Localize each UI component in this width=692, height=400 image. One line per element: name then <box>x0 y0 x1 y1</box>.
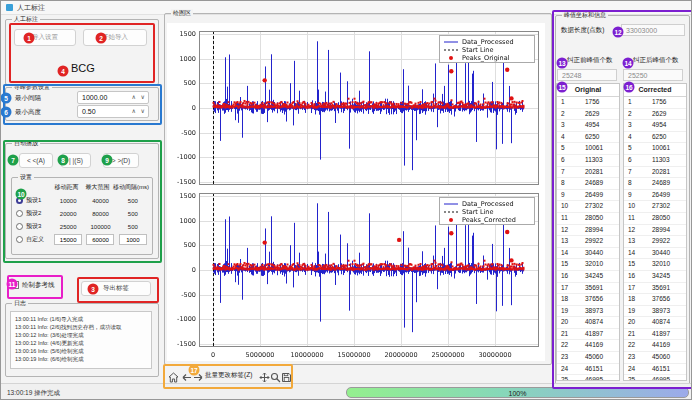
peak-row-index: 13 <box>557 236 579 247</box>
peak-row-index: 18 <box>557 294 579 305</box>
peaks-before-value: 25248 <box>557 69 617 81</box>
peak-row-index: 17 <box>557 283 579 294</box>
home-icon[interactable] <box>168 369 179 380</box>
spin-down-icon[interactable]: ∨ <box>141 92 145 103</box>
peak-table-row[interactable]: 2546995 <box>557 375 619 381</box>
peak-table-row[interactable]: 510061 <box>557 143 619 155</box>
annotation-badge-7: 7 <box>8 155 19 166</box>
peak-table-row[interactable]: 46250 <box>624 132 686 144</box>
peak-table-row[interactable]: 1735691 <box>624 283 686 295</box>
peak-table-row[interactable]: 11756 <box>624 97 686 109</box>
peak-row-index: 6 <box>624 155 646 166</box>
peak-table-row[interactable]: 2345060 <box>624 352 686 364</box>
peak-table-row[interactable]: 926499 <box>557 190 619 202</box>
custom-value-input[interactable] <box>54 234 82 245</box>
peak-row-index: 3 <box>557 120 579 131</box>
plot-group-title: 绘图区 <box>171 9 193 18</box>
pan-icon[interactable] <box>259 369 270 380</box>
peak-row-index: 25 <box>624 375 646 381</box>
peak-table-row[interactable]: 1027302 <box>624 201 686 213</box>
peak-table-row[interactable]: 1228994 <box>624 225 686 237</box>
peak-table-row[interactable]: 824689 <box>624 178 686 190</box>
custom-value-input[interactable] <box>119 234 147 245</box>
peak-row-value: 40874 <box>579 317 619 328</box>
peak-table-row[interactable]: 2141897 <box>624 329 686 341</box>
peak-table-row[interactable]: 1532010 <box>624 259 686 271</box>
peak-table-row[interactable]: 1430440 <box>624 248 686 260</box>
signal-type-label: BCG <box>71 62 95 74</box>
peak-table-row[interactable]: 1128050 <box>557 213 619 225</box>
spin-up-icon[interactable]: ∧ <box>132 106 136 117</box>
peak-row-index: 14 <box>557 248 579 259</box>
signal-charts-canvas[interactable] <box>167 23 545 361</box>
preset-radio[interactable] <box>16 236 23 243</box>
peak-table-row[interactable]: 22629 <box>624 109 686 121</box>
peak-row-index: 16 <box>557 271 579 282</box>
peak-table-row[interactable]: 1837656 <box>624 294 686 306</box>
annotation-badge-9: 9 <box>102 155 113 166</box>
peak-table-row[interactable]: 1938973 <box>557 306 619 318</box>
peak-row-index: 15 <box>557 259 579 270</box>
peak-table-row[interactable]: 2141897 <box>557 329 619 341</box>
peak-table-row[interactable]: 46250 <box>557 132 619 144</box>
peak-table-row[interactable]: 1128050 <box>624 213 686 225</box>
peak-table-row[interactable]: 22629 <box>557 109 619 121</box>
peak-table-row[interactable]: 1228994 <box>557 225 619 237</box>
reference-line-label: 绘制参考线 <box>22 281 55 290</box>
min-height-spinner[interactable]: 0.50 ∧ ∨ <box>77 105 149 118</box>
peak-table-row[interactable]: 2546995 <box>624 375 686 381</box>
corrected-peaks-table[interactable]: Corrected 117562262934954462505100616113… <box>623 83 687 381</box>
peak-row-value: 38973 <box>646 306 686 317</box>
peak-row-index: 5 <box>624 143 646 154</box>
save-icon[interactable] <box>281 369 292 380</box>
peak-table-row[interactable]: 2244169 <box>557 340 619 352</box>
peak-table-row[interactable]: 2446151 <box>557 364 619 376</box>
peak-row-value: 27302 <box>646 201 686 212</box>
peak-row-value: 44169 <box>579 340 619 351</box>
peak-table-row[interactable]: 1532010 <box>557 259 619 271</box>
peak-row-index: 25 <box>557 375 579 381</box>
peak-row-index: 19 <box>624 306 646 317</box>
peak-table-row[interactable]: 34954 <box>557 120 619 132</box>
original-peaks-table[interactable]: Original 1175622629349544625051006161130… <box>556 83 620 381</box>
peak-table-row[interactable]: 720281 <box>624 167 686 179</box>
peak-table-row[interactable]: 611303 <box>557 155 619 167</box>
preset-radio[interactable] <box>16 210 23 217</box>
peak-table-row[interactable]: 11756 <box>557 97 619 109</box>
peak-table-row[interactable]: 2040874 <box>557 317 619 329</box>
preset-row: 预设22000080000500 <box>13 207 149 220</box>
peak-table-row[interactable]: 1329922 <box>557 236 619 248</box>
peak-table-row[interactable]: 2040874 <box>624 317 686 329</box>
peak-table-row[interactable]: 1837656 <box>557 294 619 306</box>
play-back-button[interactable]: < <(A) <box>19 153 53 168</box>
peak-table-row[interactable]: 1735691 <box>557 283 619 295</box>
peak-table-row[interactable]: 926499 <box>624 190 686 202</box>
min-interval-spinner[interactable]: 1000.00 ∧ ∨ <box>77 91 149 104</box>
peak-table-row[interactable]: 510061 <box>624 143 686 155</box>
preset-row: 自定义 <box>13 233 149 246</box>
peak-table-row[interactable]: 1329922 <box>624 236 686 248</box>
peak-table-row[interactable]: 2345060 <box>557 352 619 364</box>
zoom-icon[interactable] <box>270 369 281 380</box>
peak-table-row[interactable]: 1938973 <box>624 306 686 318</box>
batch-edit-labels-button[interactable]: 批量更改标签(Z) <box>205 369 252 380</box>
preset-radio[interactable] <box>16 223 23 230</box>
peak-row-value: 29922 <box>579 236 619 247</box>
peak-table-row[interactable]: 611303 <box>624 155 686 167</box>
peak-table-row[interactable]: 34954 <box>624 120 686 132</box>
peak-table-row[interactable]: 1027302 <box>557 201 619 213</box>
peak-table-row[interactable]: 720281 <box>557 167 619 179</box>
custom-value-input[interactable] <box>86 234 114 245</box>
annotation-badge-5: 5 <box>1 93 12 104</box>
peak-table-row[interactable]: 1634245 <box>624 271 686 283</box>
start-import-button[interactable]: 开始导入 <box>83 29 147 46</box>
spin-down-icon[interactable]: ∨ <box>141 106 145 117</box>
peak-row-index: 17 <box>624 283 646 294</box>
peak-table-row[interactable]: 2244169 <box>624 340 686 352</box>
peak-table-row[interactable]: 1430440 <box>557 248 619 260</box>
peak-table-row[interactable]: 824689 <box>557 178 619 190</box>
peak-table-row[interactable]: 1634245 <box>557 271 619 283</box>
spin-up-icon[interactable]: ∧ <box>132 92 136 103</box>
peak-table-row[interactable]: 2446151 <box>624 364 686 376</box>
log-output[interactable]: 13:00:11 Info: (1/6)导入完成13:00:11 Info: (… <box>10 311 152 369</box>
